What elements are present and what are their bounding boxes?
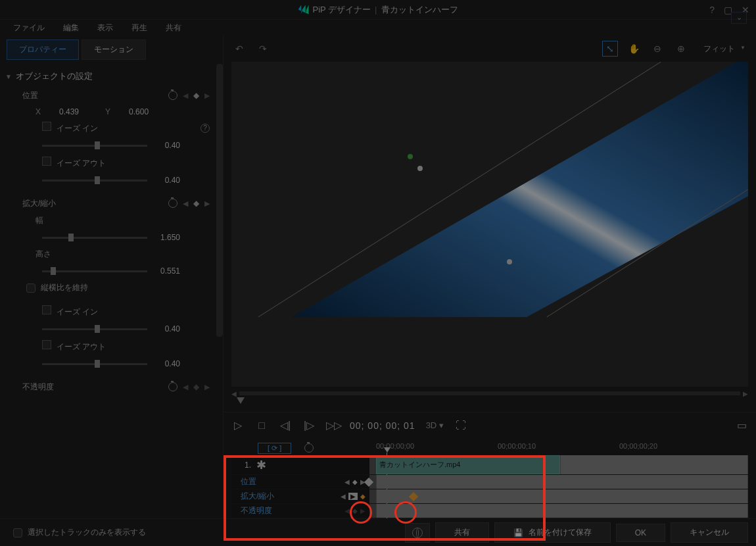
ok-button[interactable]: OK: [616, 524, 665, 542]
help-icon[interactable]: ?: [709, 5, 715, 15]
scrub-handle-icon[interactable]: [237, 397, 245, 404]
ease-in-checkbox[interactable]: [42, 122, 51, 131]
menu-view[interactable]: 表示: [88, 22, 122, 34]
ease-in-label: イーズ イン: [57, 124, 98, 133]
prop-position-label: 位置: [22, 90, 38, 101]
cancel-button[interactable]: キャンセル: [671, 522, 748, 543]
save-as-button[interactable]: 💾名前を付けて保存: [494, 522, 611, 543]
keep-aspect-checkbox[interactable]: [26, 284, 35, 293]
tl-row-opacity[interactable]: 不透明度: [241, 505, 272, 516]
kf-next-icon[interactable]: ▶: [204, 91, 210, 100]
redo-icon[interactable]: ↷: [255, 41, 271, 57]
prop-opacity-label: 不透明度: [22, 382, 54, 393]
ease-in-value[interactable]: 0.40: [154, 141, 180, 150]
stopwatch-scale-icon[interactable]: [168, 199, 177, 208]
zoom-out-icon[interactable]: ⊖: [650, 41, 665, 57]
kf-prev-icon[interactable]: ◀: [183, 91, 188, 100]
project-title: 青カットインハーフ: [381, 4, 458, 16]
x-label: X: [35, 107, 41, 116]
timeline-stopwatch-icon[interactable]: [304, 443, 314, 453]
kf-next-scale-icon[interactable]: ▶: [204, 199, 210, 208]
hand-tool-icon[interactable]: ✋: [626, 41, 642, 57]
zoom-fit-dropdown[interactable]: フィット: [697, 42, 748, 56]
timeline-ruler[interactable]: 00;00;00;00 00;00;00;10 00;00;00;20: [369, 441, 748, 455]
fullscreen-icon[interactable]: ⛶: [454, 420, 467, 432]
app-title: PiP デザイナー: [313, 4, 371, 16]
scale-ease-in-slider[interactable]: [42, 328, 147, 330]
scroll-right-icon[interactable]: ▶: [743, 390, 748, 397]
ease-out-slider[interactable]: [42, 180, 147, 182]
track-number: 1.: [245, 460, 251, 470]
fast-forward-icon[interactable]: ▷▷: [326, 419, 339, 432]
tl-row-position[interactable]: 位置: [241, 476, 256, 487]
track-asterisk-icon: ✱: [256, 458, 266, 472]
preview-h-scrollbar[interactable]: [239, 391, 740, 395]
undo-icon[interactable]: ↶: [231, 41, 247, 57]
height-label: 高さ: [35, 249, 51, 260]
zoom-in-icon[interactable]: ⊕: [673, 41, 689, 57]
anchor-dot-icon[interactable]: [417, 166, 423, 171]
prev-frame-icon[interactable]: ◁|: [279, 419, 292, 432]
3d-toggle[interactable]: 3D ▾: [426, 420, 444, 430]
prop-scale-label: 拡大/縮小: [22, 198, 56, 209]
scale-ease-out-checkbox[interactable]: [42, 340, 51, 349]
tab-motion[interactable]: モーション: [82, 39, 146, 60]
stopwatch-opacity-icon[interactable]: [168, 382, 177, 391]
ease-out-label: イーズ アウト: [57, 159, 106, 168]
tl-row-scale[interactable]: 拡大/縮小: [241, 491, 274, 502]
menu-file[interactable]: ファイル: [4, 22, 54, 34]
height-slider[interactable]: [42, 270, 147, 272]
preview-canvas[interactable]: [231, 62, 748, 387]
stopwatch-icon[interactable]: [168, 91, 177, 100]
x-value[interactable]: 0.439: [59, 107, 92, 116]
svg-marker-0: [292, 62, 748, 317]
width-slider[interactable]: [42, 237, 147, 239]
select-tool-icon[interactable]: ⤡: [602, 41, 618, 57]
loop-toggle-icon[interactable]: [ ⟳ ]: [258, 443, 291, 454]
ease-out-checkbox[interactable]: [42, 157, 51, 166]
help-tooltip-icon[interactable]: ?: [201, 124, 210, 133]
playhead-icon[interactable]: [384, 447, 390, 453]
safe-zone-icon[interactable]: ▭: [735, 419, 748, 432]
title-separator: |: [375, 5, 377, 14]
ease-out-value[interactable]: 0.40: [154, 176, 180, 185]
kf-toggle-icon[interactable]: ◆: [193, 91, 199, 100]
show-selected-only-checkbox[interactable]: [13, 528, 22, 537]
next-frame-icon[interactable]: |▷: [302, 419, 316, 432]
y-label: Y: [105, 107, 110, 116]
keep-aspect-label: 縦横比を維持: [41, 282, 88, 293]
section-object-settings[interactable]: ▼オブジェクトの設定: [3, 66, 216, 86]
anchor-green-dot-icon[interactable]: [408, 154, 413, 159]
play-icon[interactable]: ▷: [231, 419, 245, 432]
width-label: 幅: [35, 215, 43, 226]
tab-properties[interactable]: プロパティー: [7, 39, 79, 60]
kf-prev-scale-icon[interactable]: ◀: [183, 199, 188, 208]
ease-in-slider[interactable]: [42, 145, 147, 147]
app-logo-icon: [298, 5, 309, 14]
web-icon[interactable]: [405, 523, 430, 543]
kf-toggle-opacity-icon[interactable]: ◆: [193, 382, 199, 391]
collapse-preview-icon[interactable]: ⌄: [731, 12, 747, 24]
anchor-dot-icon[interactable]: [507, 259, 512, 264]
menu-share[interactable]: 共有: [156, 22, 191, 34]
show-selected-only-label: 選択したトラックのみを表示する: [28, 527, 146, 538]
timeline-clip[interactable]: 青カットインハーフ.mp4: [376, 455, 560, 474]
kf-toggle-scale-icon[interactable]: ◆: [193, 199, 199, 208]
width-value[interactable]: 1.650: [154, 233, 180, 242]
stop-icon[interactable]: □: [255, 420, 268, 432]
menu-edit[interactable]: 編集: [54, 22, 88, 34]
scale-ease-in-checkbox[interactable]: [42, 305, 51, 314]
share-button[interactable]: 共有: [435, 522, 489, 543]
scroll-left-icon[interactable]: ◀: [231, 390, 237, 397]
menu-play[interactable]: 再生: [122, 22, 156, 34]
timecode[interactable]: 00; 00; 00; 01: [350, 420, 415, 431]
height-value[interactable]: 0.551: [154, 266, 180, 276]
panel-scrollbar[interactable]: [216, 64, 223, 337]
y-value[interactable]: 0.600: [129, 107, 162, 116]
scale-ease-out-slider[interactable]: [42, 363, 147, 365]
